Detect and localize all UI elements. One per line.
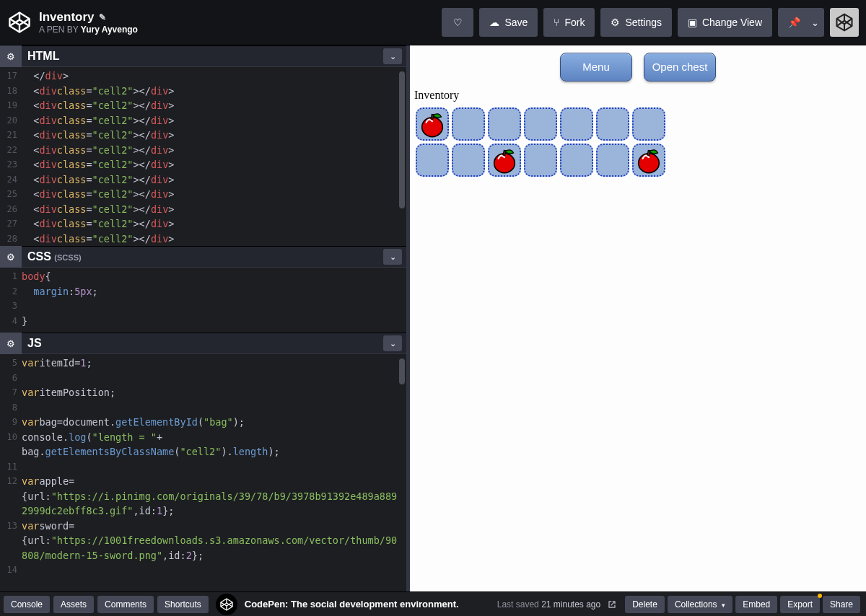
share-button[interactable]: Share: [823, 596, 860, 613]
fork-button[interactable]: ⑂Fork: [543, 8, 595, 37]
console-button[interactable]: Console: [4, 596, 50, 613]
shortcuts-button[interactable]: Shortcuts: [157, 596, 209, 613]
preview-pane: Menu Open chest Inventory: [406, 45, 866, 591]
preview-button-row: Menu Open chest: [414, 53, 862, 82]
footer-logo[interactable]: [216, 594, 237, 615]
cloud-icon: ☁: [489, 17, 499, 28]
css-panel: ⚙ CSS (SCSS) ⌄ 1body{2 margin:5px;3 4}: [0, 246, 406, 333]
css-panel-title: CSS: [27, 250, 51, 263]
menu-button[interactable]: Menu: [560, 53, 632, 82]
inventory-cell[interactable]: [524, 144, 557, 177]
pen-author[interactable]: Yury Ayvengo: [81, 25, 138, 35]
save-button[interactable]: ☁Save: [479, 8, 538, 37]
comments-button[interactable]: Comments: [97, 596, 154, 613]
js-panel-title: JS: [22, 337, 48, 350]
inventory-cell[interactable]: [488, 144, 521, 177]
pen-title: Inventory: [39, 10, 95, 25]
pen-by-prefix: A PEN BY: [39, 25, 81, 35]
inventory-cell[interactable]: [524, 107, 557, 141]
html-panel: ⚙ HTML ⌄ 17 </div>18 <div class="cell2">…: [0, 45, 406, 246]
settings-button[interactable]: ⚙Settings: [600, 8, 672, 37]
html-editor[interactable]: 17 </div>18 <div class="cell2"></div>19 …: [0, 67, 406, 246]
html-scrollbar[interactable]: [399, 71, 405, 208]
save-status: Last saved 21 minutes ago: [497, 599, 600, 610]
embed-button[interactable]: Embed: [735, 596, 777, 613]
inventory-cell[interactable]: [596, 107, 629, 141]
css-panel-sub: (SCSS): [54, 253, 81, 262]
gear-icon: ⚙: [611, 17, 620, 28]
pin-icon: 📌: [788, 17, 800, 28]
view-icon: ▣: [688, 17, 697, 28]
settings-label: Settings: [625, 17, 662, 28]
inventory-cell[interactable]: [452, 144, 485, 177]
html-panel-header: ⚙ HTML ⌄: [0, 45, 406, 67]
js-editor[interactable]: 5var itemId = 1;6 7var itemPosition;8 9v…: [0, 354, 406, 591]
open-chest-button[interactable]: Open chest: [644, 53, 716, 82]
collections-button[interactable]: Collections ▾: [668, 596, 732, 613]
inventory-cell[interactable]: [488, 107, 521, 141]
apple-icon: [417, 109, 447, 139]
inventory-cell[interactable]: [452, 107, 485, 141]
css-editor[interactable]: 1body{2 margin:5px;3 4}: [0, 268, 406, 333]
popout-icon[interactable]: [606, 599, 618, 610]
change-view-button[interactable]: ▣Change View: [678, 8, 772, 37]
change-view-label: Change View: [702, 17, 762, 28]
pin-dropdown[interactable]: ⌄: [805, 8, 824, 37]
apple-icon: [489, 145, 520, 175]
inventory-cell[interactable]: [632, 144, 665, 177]
editors-column: ⚙ HTML ⌄ 17 </div>18 <div class="cell2">…: [0, 45, 406, 591]
inventory-label: Inventory: [414, 89, 862, 102]
codepen-logo[interactable]: [7, 10, 32, 35]
love-button[interactable]: ♡: [442, 8, 473, 37]
pen-title-block: Inventory ✎ A PEN BY Yury Ayvengo: [39, 10, 138, 35]
inventory-cell[interactable]: [416, 144, 449, 177]
js-settings-gear[interactable]: ⚙: [0, 333, 22, 354]
fork-icon: ⑂: [554, 17, 559, 28]
main-split: ⚙ HTML ⌄ 17 </div>18 <div class="cell2">…: [0, 45, 866, 591]
css-expand-toggle[interactable]: ⌄: [383, 249, 402, 265]
inventory-grid: [414, 106, 675, 178]
js-panel-header: ⚙ JS ⌄: [0, 333, 406, 354]
footer-tagline: CodePen: The social development environm…: [245, 599, 459, 610]
html-expand-toggle[interactable]: ⌄: [383, 48, 402, 64]
assets-button[interactable]: Assets: [53, 596, 94, 613]
inventory-cell[interactable]: [560, 107, 593, 141]
html-settings-gear[interactable]: ⚙: [0, 45, 22, 67]
fork-label: Fork: [564, 17, 585, 28]
inventory-cell[interactable]: [596, 144, 629, 177]
export-button[interactable]: Export: [780, 596, 820, 613]
css-settings-gear[interactable]: ⚙: [0, 246, 22, 268]
user-avatar[interactable]: [830, 8, 859, 37]
app-footer: Console Assets Comments Shortcuts CodePe…: [0, 591, 866, 616]
css-panel-header: ⚙ CSS (SCSS) ⌄: [0, 246, 406, 268]
inventory-cell[interactable]: [416, 107, 449, 141]
js-scrollbar[interactable]: [399, 358, 405, 384]
js-panel: ⚙ JS ⌄ 5var itemId = 1;6 7var itemPositi…: [0, 333, 406, 591]
delete-button[interactable]: Delete: [625, 596, 665, 613]
save-label: Save: [504, 17, 528, 28]
chevron-down-icon: ▾: [722, 602, 725, 609]
app-header: Inventory ✎ A PEN BY Yury Ayvengo ♡ ☁Sav…: [0, 0, 866, 45]
heart-icon: ♡: [453, 17, 463, 28]
inventory-cell[interactable]: [632, 107, 665, 141]
edit-title-icon[interactable]: ✎: [99, 12, 106, 22]
inventory-cell[interactable]: [560, 144, 593, 177]
apple-icon: [634, 145, 664, 175]
html-panel-title: HTML: [22, 50, 65, 63]
js-expand-toggle[interactable]: ⌄: [383, 335, 402, 351]
chevron-down-icon: ⌄: [811, 17, 819, 28]
